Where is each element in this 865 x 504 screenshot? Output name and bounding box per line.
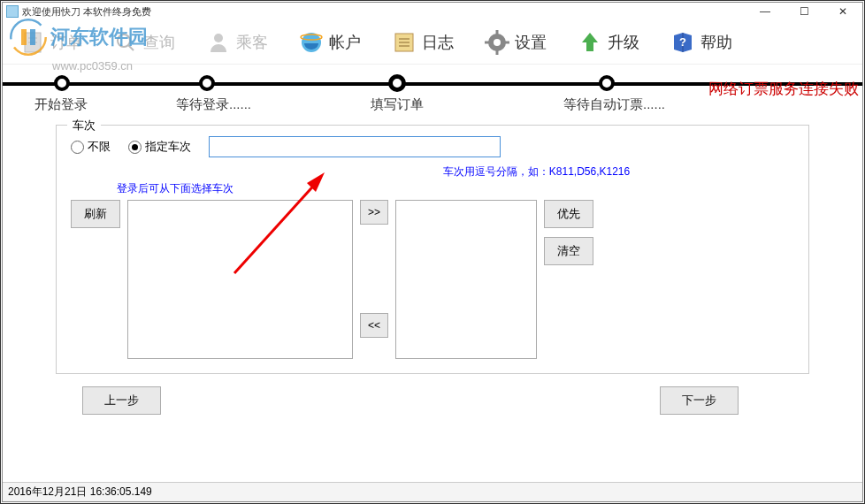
statusbar: 2016年12月21日 16:36:05.149 xyxy=(3,482,862,501)
toolbar-order[interactable]: 订单 xyxy=(20,30,82,55)
stepper: 开始登录 等待登录...... 填写订单 等待自动订票...... 网络订票服务… xyxy=(3,72,862,116)
train-fieldset: 车次 不限 指定车次 车次用逗号分隔，如：K811,D56,K1216 登录后可… xyxy=(56,125,809,374)
svg-line-8 xyxy=(128,45,134,50)
prev-button[interactable]: 上一步 xyxy=(82,386,161,415)
step-status: 网络订票服务连接失败 xyxy=(708,79,859,99)
step-label-3: 填写订单 xyxy=(371,96,424,113)
step-node-1 xyxy=(54,75,70,91)
gear-icon xyxy=(485,30,509,55)
move-right-button[interactable]: >> xyxy=(360,200,388,225)
toolbar: 订单 查询 乘客 帐户 日志 设置 升级 ? 帮助 xyxy=(3,20,862,65)
step-node-3 xyxy=(388,74,406,92)
radio-any[interactable]: 不限 xyxy=(71,139,111,155)
toolbar-query[interactable]: 查询 xyxy=(113,30,175,55)
app-icon xyxy=(6,5,19,18)
hint-login: 登录后可从下面选择车次 xyxy=(117,181,794,196)
svg-text:?: ? xyxy=(679,35,686,49)
step-label-1: 开始登录 xyxy=(34,96,88,113)
hint-separator: 车次用逗号分隔，如：K811,D56,K1216 xyxy=(279,164,794,179)
step-label-2: 等待登录...... xyxy=(176,96,251,113)
log-icon xyxy=(392,30,417,55)
help-icon: ? xyxy=(670,30,695,55)
selected-list[interactable] xyxy=(395,200,537,359)
svg-point-17 xyxy=(494,39,501,46)
move-left-button[interactable]: << xyxy=(360,313,388,338)
priority-button[interactable]: 优先 xyxy=(544,200,593,228)
window-title: 欢迎使用快刀 本软件终身免费 xyxy=(22,5,151,19)
search-icon xyxy=(113,30,138,55)
radio-icon xyxy=(71,141,84,154)
next-button[interactable]: 下一步 xyxy=(660,386,739,415)
step-label-4: 等待自动订票...... xyxy=(563,96,665,113)
step-node-4 xyxy=(599,75,615,91)
train-input[interactable] xyxy=(209,136,501,157)
fieldset-legend: 车次 xyxy=(67,118,101,134)
person-icon xyxy=(206,30,231,55)
svg-point-7 xyxy=(118,34,130,47)
ie-icon xyxy=(299,30,324,55)
maximize-button[interactable]: ☐ xyxy=(785,3,823,20)
close-button[interactable]: ✕ xyxy=(823,3,862,20)
step-node-2 xyxy=(199,75,215,91)
toolbar-passenger[interactable]: 乘客 xyxy=(206,30,268,55)
toolbar-settings[interactable]: 设置 xyxy=(485,30,547,55)
refresh-button[interactable]: 刷新 xyxy=(71,200,120,228)
titlebar: 欢迎使用快刀 本软件终身免费 — ☐ ✕ xyxy=(3,3,862,20)
radio-specified[interactable]: 指定车次 xyxy=(128,139,191,155)
upgrade-icon xyxy=(578,30,602,55)
available-list[interactable] xyxy=(127,200,353,359)
order-icon xyxy=(20,30,45,55)
toolbar-upgrade[interactable]: 升级 xyxy=(578,30,639,55)
svg-point-9 xyxy=(214,34,223,42)
toolbar-account[interactable]: 帐户 xyxy=(299,30,361,55)
status-time: 2016年12月21日 16:36:05.149 xyxy=(8,485,152,500)
toolbar-log[interactable]: 日志 xyxy=(392,30,454,55)
minimize-button[interactable]: — xyxy=(746,3,785,20)
clear-button[interactable]: 清空 xyxy=(544,237,593,265)
toolbar-help[interactable]: ? 帮助 xyxy=(670,30,732,55)
radio-icon xyxy=(128,141,142,154)
